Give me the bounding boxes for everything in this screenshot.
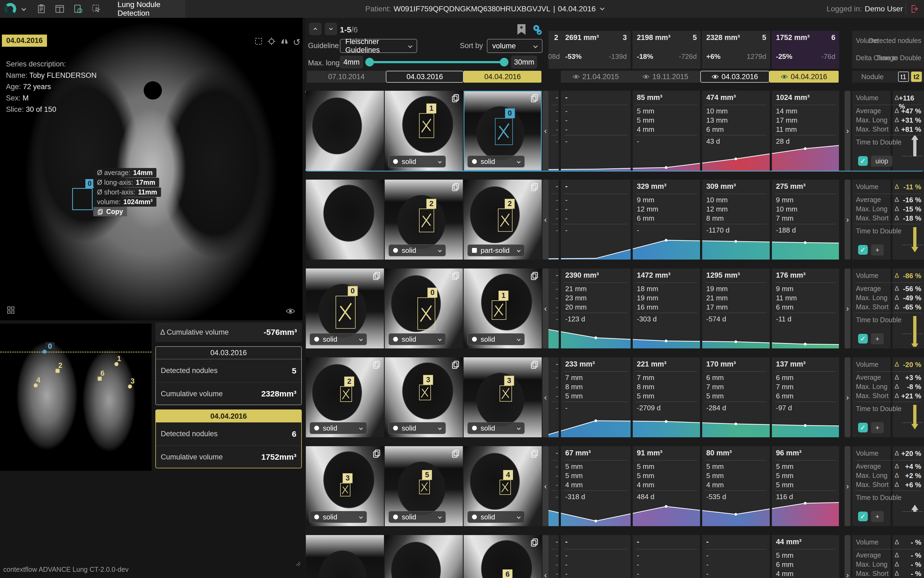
nodule-thumbnail[interactable]: 5 solid xyxy=(385,446,463,526)
target-icon[interactable] xyxy=(267,37,276,46)
tab-lung-nodule-detection[interactable]: Lung Nodule Detection xyxy=(117,0,185,18)
bookmark-icon[interactable] xyxy=(516,24,526,35)
nodule-thumbnail[interactable] xyxy=(385,535,463,578)
nodule-thumbnail[interactable]: 0 solid xyxy=(385,268,463,348)
t2-button-active[interactable]: t2 xyxy=(911,71,922,82)
row-tag-button[interactable]: + xyxy=(871,511,884,522)
nodule-type-dropdown[interactable]: solid xyxy=(468,511,525,523)
slider-handle-min[interactable] xyxy=(365,58,374,67)
row-checkbox[interactable]: ✓ xyxy=(858,511,868,521)
xray-nodule-marker[interactable]: 6 xyxy=(98,377,102,381)
cursor-select-icon[interactable] xyxy=(91,4,102,14)
nodule-box[interactable]: 2 xyxy=(419,208,434,232)
eye-date-tab[interactable]: 04.03.2016 xyxy=(700,71,770,83)
expand-right-chevron[interactable]: › xyxy=(844,268,851,348)
nodule-type-dropdown[interactable]: solid xyxy=(388,333,446,345)
t1-button[interactable]: t1 xyxy=(898,71,909,82)
nodule-thumbnail[interactable]: 6 xyxy=(464,535,542,578)
xray-nodule-marker[interactable]: 3 xyxy=(128,385,132,389)
copy-button[interactable]: Copy xyxy=(93,207,127,216)
eye-date-tab[interactable]: 21.04.2015 xyxy=(561,71,630,83)
nodule-row[interactable]: 3 solid 5 solid 4 xyxy=(305,446,924,526)
logout-icon[interactable] xyxy=(909,4,920,14)
max-long-slider[interactable] xyxy=(367,61,507,63)
copy-icon[interactable] xyxy=(451,449,460,458)
nodule-type-dropdown[interactable]: part-solid xyxy=(468,244,525,257)
nodule-box[interactable]: 3 xyxy=(419,385,431,400)
eye-date-tab[interactable]: 19.11.2015 xyxy=(630,71,700,83)
nodule-thumbnail[interactable]: 1 solid xyxy=(464,268,542,348)
nodule-box[interactable]: 0 xyxy=(336,296,356,329)
row-checkbox[interactable]: ✓ xyxy=(858,156,868,166)
copy-icon[interactable] xyxy=(372,271,381,280)
date-tab-active[interactable]: 04.04.2016 xyxy=(464,71,541,83)
card-date[interactable]: 04.04.2016 xyxy=(156,410,301,422)
eye-date-tab-active[interactable]: 04.04.2016 xyxy=(770,71,839,83)
next-nodule-button[interactable] xyxy=(325,23,337,35)
xray-nodule-marker[interactable]: 0 xyxy=(42,350,47,354)
date-tab[interactable]: 04.03.2016 xyxy=(386,71,464,83)
nodule-thumbnail[interactable] xyxy=(306,180,384,260)
collapse-left-chevron[interactable]: ‹ xyxy=(542,357,549,437)
nodule-row[interactable]: 1 solid 0 solid ‹ xyxy=(305,91,924,171)
ai-detect-icon[interactable] xyxy=(531,24,543,36)
nodule-annotation-box[interactable]: 0 xyxy=(72,188,93,210)
nodule-box[interactable]: 4 xyxy=(500,480,511,495)
nodule-box[interactable]: 2 xyxy=(340,386,352,402)
sort-dropdown[interactable]: volume xyxy=(487,39,542,53)
logo-chevron-down-icon[interactable] xyxy=(22,6,26,11)
copy-icon[interactable] xyxy=(451,271,460,280)
expand-right-chevron[interactable]: › xyxy=(844,91,851,171)
nodule-type-dropdown[interactable]: solid xyxy=(388,156,446,167)
copy-icon[interactable] xyxy=(530,538,539,547)
collapse-left-chevron[interactable]: ‹ xyxy=(542,535,549,578)
collapse-left-chevron[interactable]: ‹ xyxy=(542,91,549,171)
ct-axial-viewer[interactable]: 04.04.2016 ↺ Series description: Name: T… xyxy=(0,18,303,320)
nodule-row[interactable]: 0 solid 0 solid 1 xyxy=(305,268,924,348)
nodule-thumbnail[interactable] xyxy=(306,91,384,171)
nodule-row[interactable]: 2 solid 2 part-solid ‹ xyxy=(305,180,924,260)
nodule-box[interactable]: 0 xyxy=(417,297,435,330)
timepoint-card-active[interactable]: 04.04.2016 Detected nodules6 Cumulative … xyxy=(155,409,302,468)
nodule-box[interactable]: 3 xyxy=(340,483,351,497)
nodule-thumbnail[interactable]: 0 solid xyxy=(306,268,384,348)
nodule-box[interactable]: 3 xyxy=(500,385,512,402)
nodule-thumbnail[interactable]: 2 part-solid xyxy=(464,180,542,260)
nodule-thumbnail[interactable]: 0 solid xyxy=(464,91,542,171)
row-checkbox[interactable]: ✓ xyxy=(858,245,868,255)
nodule-thumbnail[interactable]: 3 solid xyxy=(464,357,542,437)
nodule-thumbnail[interactable]: 4 solid xyxy=(464,446,542,526)
nodule-thumbnail[interactable]: 1 solid xyxy=(385,91,463,171)
nodule-type-dropdown[interactable]: solid xyxy=(310,333,367,345)
nodule-type-dropdown[interactable]: solid xyxy=(388,511,446,523)
row-tag-button[interactable]: + xyxy=(871,422,884,433)
xray-nodule-marker[interactable]: 1 xyxy=(114,362,119,366)
nodule-thumbnail[interactable]: 2 solid xyxy=(306,357,384,437)
copy-icon[interactable] xyxy=(372,360,381,369)
guideline-dropdown[interactable]: Fleischner Guidelines xyxy=(340,39,417,53)
slider-handle-max[interactable] xyxy=(500,58,508,67)
nodule-box[interactable]: 1 xyxy=(492,300,506,320)
resize-grip[interactable] xyxy=(294,560,301,567)
nodule-thumbnail[interactable]: 2 solid xyxy=(385,180,463,260)
copy-icon[interactable] xyxy=(530,182,539,192)
date-tab[interactable]: 07.10.2014 xyxy=(307,71,386,83)
xray-nodule-marker[interactable]: 4 xyxy=(34,383,37,387)
layout-grid-icon[interactable] xyxy=(6,306,15,314)
nodule-type-dropdown[interactable]: solid xyxy=(310,511,367,523)
copy-icon[interactable] xyxy=(451,93,460,102)
collapse-left-chevron[interactable]: ‹ xyxy=(542,446,549,526)
coronal-projection-view[interactable]: 024613 xyxy=(0,323,151,471)
nodule-type-dropdown[interactable]: solid xyxy=(388,422,446,434)
row-tag-button[interactable]: uiop xyxy=(871,156,892,167)
nodule-type-dropdown[interactable]: solid xyxy=(468,333,525,345)
nodule-thumbnail[interactable]: 3 solid xyxy=(385,357,463,437)
nodule-thumbnail[interactable]: 3 solid xyxy=(306,446,384,526)
expand-right-chevron[interactable]: › xyxy=(844,535,851,578)
expand-right-chevron[interactable]: › xyxy=(844,180,851,260)
nodule-type-dropdown[interactable]: solid xyxy=(310,422,367,434)
collapse-left-chevron[interactable]: ‹ xyxy=(542,180,549,260)
undo-icon[interactable]: ↺ xyxy=(293,37,302,46)
lungs-compare-icon[interactable] xyxy=(280,37,289,46)
nodule-box[interactable]: 2 xyxy=(498,208,513,232)
